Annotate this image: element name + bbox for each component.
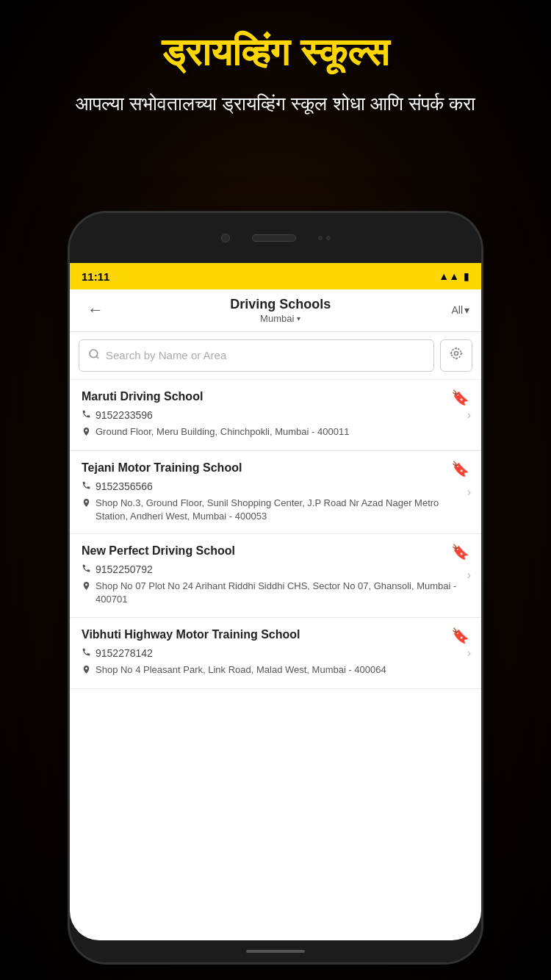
phone-icon [82, 563, 91, 575]
school-name: New Perfect Driving School [82, 544, 445, 558]
phone-device: 11:11 ▲▲ ▮ ← Driving Schools Mumbai ▾ A [70, 213, 481, 962]
school-phone: 9152233596 [82, 409, 469, 421]
map-pin-icon [82, 427, 91, 440]
address-text: Shop No 07 Plot No 24 Arihant Riddhi Sid… [96, 580, 469, 606]
phone-number: 9152250792 [96, 563, 153, 575]
school-phone: 9152250792 [82, 563, 469, 575]
school-card[interactable]: Tejani Motor Training School 🔖 915235656… [70, 451, 481, 534]
phone-physical-top [70, 213, 481, 263]
school-card-inner: Tejani Motor Training School 🔖 915235656… [82, 461, 469, 523]
school-list: Maruti Driving School 🔖 9152233596 [70, 380, 481, 940]
subtitle: आपल्या सभोवतालच्या ड्रायव्हिंग स्कूल शोध… [29, 90, 522, 118]
header-location[interactable]: Mumbai ▾ [109, 313, 451, 324]
school-header: Maruti Driving School 🔖 [82, 390, 469, 405]
phone-bottom [70, 940, 481, 962]
gps-icon [449, 346, 464, 364]
chevron-right-icon: › [467, 646, 471, 660]
svg-point-2 [455, 352, 458, 356]
phone-number: 9152278142 [96, 647, 153, 659]
phone-icon [82, 409, 91, 421]
bookmark-icon[interactable]: 🔖 [451, 461, 469, 476]
phone-icon [82, 480, 91, 492]
signal-icon: ▲▲ [439, 270, 459, 282]
top-section: ड्रायव्हिंग स्कूल्स आपल्या सभोवतालच्या ड… [0, 0, 551, 133]
search-input-box[interactable]: Search by Name or Area [79, 339, 434, 372]
map-pin-icon [82, 498, 91, 511]
school-address: Shop No.3, Ground Floor, Sunil Shopping … [82, 497, 469, 523]
back-button[interactable]: ← [82, 298, 109, 323]
map-pin-icon [82, 665, 91, 678]
school-card-inner: Maruti Driving School 🔖 9152233596 [82, 390, 469, 440]
filter-arrow: ▾ [464, 304, 469, 316]
school-address: Shop No 4 Pleasant Park, Link Road, Mala… [82, 663, 469, 678]
status-bar: 11:11 ▲▲ ▮ [70, 263, 481, 289]
battery-icon: ▮ [464, 270, 469, 282]
school-card-inner: New Perfect Driving School 🔖 9152250792 [82, 544, 469, 606]
address-text: Ground Floor, Meru Building, Chinchpokli… [96, 425, 349, 439]
sensor-dot [318, 236, 323, 240]
map-pin-icon [82, 581, 91, 594]
search-bar-container: Search by Name or Area [70, 332, 481, 380]
school-name: Tejani Motor Training School [82, 461, 445, 475]
school-name: Vibhuti Highway Motor Training School [82, 628, 445, 641]
camera-dot [221, 234, 230, 242]
speaker-grille [252, 234, 296, 242]
header-title: Driving Schools [109, 297, 451, 313]
sensor-dot [326, 236, 331, 240]
address-text: Shop No 4 Pleasant Park, Link Road, Mala… [96, 663, 386, 677]
phone-number: 9152233596 [96, 409, 153, 421]
search-icon [88, 348, 100, 363]
sensor-area [318, 236, 331, 240]
school-header: New Perfect Driving School 🔖 [82, 544, 469, 559]
phone-icon [82, 647, 91, 659]
filter-button[interactable]: All ▾ [451, 304, 469, 316]
bookmark-icon[interactable]: 🔖 [451, 544, 469, 559]
bookmark-icon[interactable]: 🔖 [451, 390, 469, 405]
school-header: Tejani Motor Training School 🔖 [82, 461, 469, 476]
chevron-right-icon: › [467, 486, 471, 499]
location-dropdown-arrow: ▾ [297, 314, 300, 323]
school-phone: 9152278142 [82, 647, 469, 659]
phone-body: 11:11 ▲▲ ▮ ← Driving Schools Mumbai ▾ A [70, 213, 481, 962]
filter-label: All [451, 304, 463, 316]
chevron-right-icon: › [467, 408, 471, 422]
home-indicator [246, 950, 305, 953]
school-address: Ground Floor, Meru Building, Chinchpokli… [82, 425, 469, 440]
status-icons: ▲▲ ▮ [439, 270, 469, 282]
app-screen: 11:11 ▲▲ ▮ ← Driving Schools Mumbai ▾ A [70, 263, 481, 940]
svg-line-1 [96, 356, 98, 359]
school-header: Vibhuti Highway Motor Training School 🔖 [82, 628, 469, 643]
school-card[interactable]: New Perfect Driving School 🔖 9152250792 [70, 534, 481, 617]
gps-location-button[interactable] [440, 339, 472, 372]
search-placeholder: Search by Name or Area [106, 349, 226, 361]
chevron-right-icon: › [467, 569, 471, 582]
school-name: Maruti Driving School [82, 390, 445, 403]
svg-point-0 [90, 350, 98, 358]
school-phone: 9152356566 [82, 480, 469, 492]
phone-number: 9152356566 [96, 480, 153, 492]
bookmark-icon[interactable]: 🔖 [451, 628, 469, 643]
app-header: ← Driving Schools Mumbai ▾ All ▾ [70, 289, 481, 332]
address-text: Shop No.3, Ground Floor, Sunil Shopping … [96, 497, 469, 523]
school-card-inner: Vibhuti Highway Motor Training School 🔖 … [82, 628, 469, 678]
location-label: Mumbai [260, 313, 294, 324]
school-address: Shop No 07 Plot No 24 Arihant Riddhi Sid… [82, 580, 469, 606]
header-center: Driving Schools Mumbai ▾ [109, 297, 451, 324]
status-time: 11:11 [82, 270, 109, 283]
svg-point-3 [451, 348, 461, 358]
main-title: ड्रायव्हिंग स्कूल्स [29, 29, 522, 75]
school-card[interactable]: Vibhuti Highway Motor Training School 🔖 … [70, 618, 481, 689]
school-card[interactable]: Maruti Driving School 🔖 9152233596 [70, 380, 481, 451]
